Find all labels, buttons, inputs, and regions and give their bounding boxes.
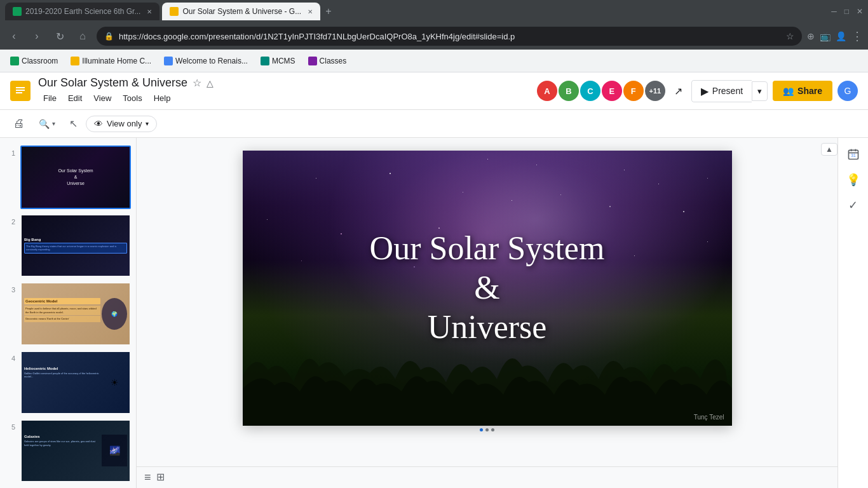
bookmark-mcms[interactable]: MCMS	[255, 54, 301, 68]
share-button[interactable]: 👥 Share	[773, 81, 832, 101]
slide-thumb-5[interactable]: 5 Galaxies Galaxies are groups of stars …	[0, 417, 136, 485]
tab-slides[interactable]: Our Solar System & Universe - G... ✕	[162, 3, 320, 20]
tasks-sidebar-icon[interactable]: 💡	[842, 168, 865, 191]
menu-help[interactable]: Help	[149, 91, 176, 105]
classroom-favicon	[13, 7, 22, 16]
slide-dot-2[interactable]	[485, 428, 489, 431]
menu-edit[interactable]: Edit	[63, 91, 87, 105]
tab-classroom-close[interactable]: ✕	[147, 8, 152, 15]
slide-inner-4: Heliocentric Model Galileo Galilei convi…	[22, 352, 130, 413]
slide-credit: Tunç Tezel	[694, 414, 724, 421]
address-bar[interactable]: 🔒 https://docs.google.com/presentation/d…	[97, 27, 802, 46]
slide-preview-3[interactable]: Geocentric Model People used to believe …	[20, 282, 131, 346]
avatar-b: B	[559, 81, 579, 101]
home-button[interactable]: ⌂	[74, 27, 92, 45]
user-avatar[interactable]: G	[837, 81, 858, 101]
avatar-c: C	[580, 81, 600, 101]
lock-icon: 🔒	[104, 32, 114, 41]
view-only-button[interactable]: 👁 View only ▾	[86, 116, 157, 132]
present-button-group: ▶ Present ▾ Start presentation (Ctrl+F5)	[691, 80, 768, 102]
slide-dot-3[interactable]	[491, 428, 494, 431]
calendar-sidebar-icon[interactable]: 31	[842, 143, 865, 166]
svg-text:31: 31	[851, 153, 856, 158]
activity-icon[interactable]: ↗	[670, 81, 686, 101]
canvas-area[interactable]: ▲	[137, 138, 837, 488]
list-view-button[interactable]: ≡	[144, 471, 151, 484]
bookmark-classroom[interactable]: Classroom	[5, 54, 63, 68]
more-options-icon[interactable]: ⋮	[851, 29, 863, 43]
avatar-group: A B C E F +11	[537, 81, 665, 101]
slide-preview-1[interactable]: Our Solar System&Universe	[20, 146, 131, 209]
slide-thumb-2[interactable]: 2 Big Bang The Big Bang theory states th…	[0, 212, 136, 280]
eye-icon: 👁	[94, 119, 103, 129]
avatar-a: A	[537, 81, 557, 101]
slide-preview-5[interactable]: Galaxies Galaxies are groups of stars li…	[20, 419, 131, 483]
browser-chrome: 2019-2020 Earth Science 6th Gr... ✕ Our …	[0, 0, 868, 72]
tab-classroom[interactable]: 2019-2020 Earth Science 6th Gr... ✕	[5, 3, 159, 20]
share-icon: 👥	[783, 86, 794, 96]
print-icon: 🖨	[13, 117, 25, 130]
toolbar: 🖨 🔍 ▾ ↖ 👁 View only ▾	[0, 110, 868, 138]
classroom-bookmark-icon	[10, 57, 19, 65]
share-label: Share	[797, 86, 822, 96]
present-button[interactable]: ▶ Present	[691, 80, 752, 102]
menu-file[interactable]: File	[38, 91, 62, 105]
bookmark-classes[interactable]: Classes	[303, 54, 352, 68]
slide-thumb-4[interactable]: 4 Heliocentric Model Galileo Galilei con…	[0, 348, 136, 417]
illuminate-bookmark-icon	[71, 57, 79, 65]
maximize-button[interactable]: □	[844, 7, 849, 16]
menu-view[interactable]: View	[88, 91, 116, 105]
bookmark-classes-label: Classes	[320, 57, 347, 65]
bottom-controls: ≡ ⊞	[137, 466, 837, 488]
window-controls[interactable]: ─ □ ✕	[831, 7, 863, 16]
slide-dot-1[interactable]	[480, 428, 483, 431]
right-sidebar: 31 💡 ✓	[837, 138, 868, 488]
new-tab-button[interactable]: +	[325, 6, 331, 17]
view-only-dropdown-icon: ▾	[146, 120, 149, 127]
mcms-bookmark-icon	[261, 57, 269, 65]
renaissance-bookmark-icon	[164, 57, 173, 65]
slide-thumb-1[interactable]: 1 Our Solar System&Universe	[0, 143, 136, 212]
menu-bar: File Edit View Tools Help	[38, 91, 214, 105]
bookmark-mcms-label: MCMS	[272, 57, 295, 65]
bookmark-renaissance[interactable]: Welcome to Renais...	[159, 54, 253, 68]
slide-num-2: 2	[5, 218, 15, 226]
star-icon[interactable]: ☆	[193, 77, 201, 89]
slideshow-icon: ▶	[701, 85, 709, 97]
cast-icon[interactable]: 📺	[820, 31, 831, 41]
cursor-tool[interactable]: ↖	[64, 114, 83, 133]
extensions-icon[interactable]: ⊕	[807, 31, 815, 41]
slide-panel[interactable]: 1 Our Solar System&Universe 2 Big Bang	[0, 138, 137, 488]
keep-sidebar-icon[interactable]: ✓	[842, 194, 865, 217]
slide-container: Our Solar System & Universe Tunç Tezel	[243, 151, 732, 431]
avatar-f: F	[623, 81, 644, 101]
browser-toolbar-right: ⊕ 📺 👤 ⋮	[807, 29, 863, 43]
present-dropdown-button[interactable]: ▾	[752, 81, 768, 101]
bookmark-star-icon[interactable]: ☆	[786, 31, 794, 41]
print-button[interactable]: 🖨	[8, 114, 31, 133]
main-slide-canvas: Our Solar System & Universe Tunç Tezel	[243, 151, 732, 426]
account-icon[interactable]: 👤	[836, 31, 846, 41]
slide-inner-2: Big Bang The Big Bang theory states that…	[22, 215, 130, 276]
slide-inner-3: Geocentric Model People used to believe …	[22, 283, 130, 344]
slide-inner-1: Our Solar System&Universe	[22, 147, 130, 208]
panel-collapse-button[interactable]: ▲	[821, 143, 837, 156]
zoom-button[interactable]: 🔍 ▾	[33, 116, 61, 132]
slide-preview-4[interactable]: Heliocentric Model Galileo Galilei convi…	[20, 351, 131, 414]
back-button[interactable]: ‹	[5, 27, 23, 45]
slide-preview-2[interactable]: Big Bang The Big Bang theory states that…	[20, 214, 131, 278]
slide-num-5: 5	[5, 423, 15, 431]
refresh-button[interactable]: ↻	[51, 27, 69, 45]
tab-slides-close[interactable]: ✕	[308, 8, 313, 15]
menu-tools[interactable]: Tools	[118, 91, 147, 105]
minimize-button[interactable]: ─	[831, 7, 837, 16]
forward-button[interactable]: ›	[28, 27, 46, 45]
close-button[interactable]: ✕	[857, 7, 863, 16]
bookmark-classroom-label: Classroom	[22, 57, 58, 65]
grid-view-button[interactable]: ⊞	[156, 471, 165, 484]
url-text[interactable]: https://docs.google.com/presentation/d/1…	[119, 32, 781, 41]
drive-icon: △	[207, 78, 214, 88]
slide1-text: Our Solar System&Universe	[55, 165, 95, 189]
bookmark-illuminate[interactable]: Illuminate Home C...	[65, 54, 156, 68]
slide-thumb-3[interactable]: 3 Geocentric Model People used to believ…	[0, 280, 136, 348]
